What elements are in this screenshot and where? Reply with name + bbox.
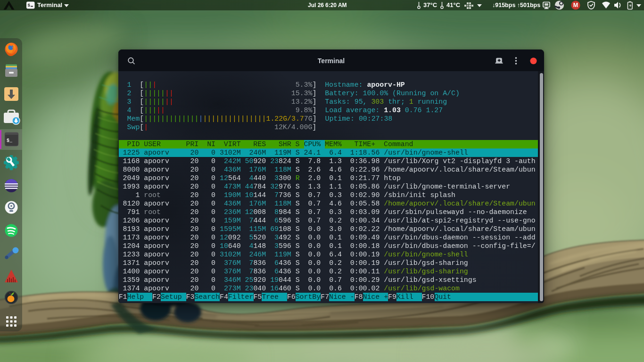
svg-text:M: M [573,2,578,8]
svg-text:$_: $_ [7,138,13,143]
svg-text:$: $ [28,3,31,8]
